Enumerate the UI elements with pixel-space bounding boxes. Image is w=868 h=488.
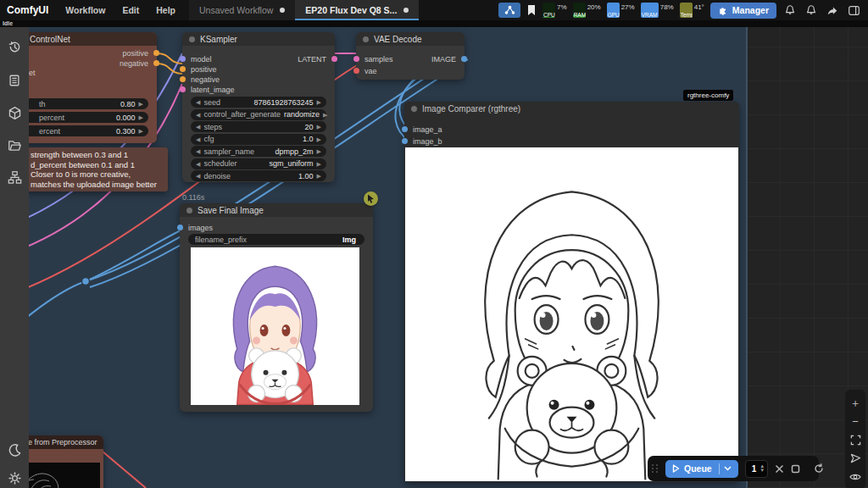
eye-icon (849, 473, 861, 481)
model-library-button[interactable] (7, 105, 22, 120)
node-templates-button[interactable] (7, 73, 22, 88)
denoise-widget[interactable]: ◀denoise1.00▶ (191, 170, 326, 181)
toggle-visibility-button[interactable] (848, 469, 863, 485)
port-positive-in[interactable]: positive (180, 64, 217, 74)
stepper-arrows-icon[interactable]: ▲▼ (760, 464, 765, 473)
drag-handle[interactable] (652, 464, 659, 473)
sampler-name-widget[interactable]: ◀sampler_namedpmpp_2m▶ (191, 146, 326, 157)
stop-button[interactable] (791, 464, 800, 474)
settings-button[interactable] (7, 470, 22, 485)
history-button[interactable] (7, 39, 22, 54)
collapse-dot-icon[interactable] (363, 36, 369, 42)
step-right-icon[interactable]: ▶ (317, 170, 321, 181)
step-left-icon[interactable]: ◀ (196, 134, 200, 145)
port-negative-in[interactable]: negative (180, 75, 220, 84)
gpu-meter-bar: GPU (607, 3, 620, 18)
node-image-comparer[interactable]: Image Comparer (rgthree) image_a image_b (404, 102, 739, 482)
share-button[interactable] (825, 5, 840, 16)
step-right-icon[interactable]: ▶ (317, 97, 321, 108)
alert-bell-button[interactable] (804, 4, 819, 16)
status-strip: Idle (0, 20, 868, 27)
seed-widget[interactable]: ◀seed87861928763245▶ (191, 97, 326, 108)
filename-prefix-widget[interactable]: filename_prefix Img (188, 234, 364, 245)
port-positive-out[interactable]: positive (122, 48, 159, 58)
note-line: d_percent between 0.1 and 1 (31, 160, 164, 170)
step-left-icon[interactable]: ◀ (196, 109, 200, 120)
step-left-icon[interactable]: ◀ (196, 158, 200, 169)
zoom-out-button[interactable]: − (848, 413, 863, 429)
collapse-dot-icon[interactable] (186, 208, 192, 214)
refresh-button[interactable] (814, 463, 824, 474)
port-model-in[interactable]: model (180, 54, 212, 64)
fit-view-button[interactable] (848, 432, 863, 447)
tab-ep20-flux[interactable]: EP20 Flux Dev Q8 S... (295, 0, 419, 20)
port-latent-out[interactable]: LATENT (298, 54, 337, 64)
workflows-folder-button[interactable] (7, 137, 22, 152)
step-right-icon[interactable]: ▶ (317, 134, 321, 145)
step-right-icon[interactable]: ▶ (139, 125, 143, 136)
collapse-dot-icon[interactable] (411, 106, 417, 112)
cfg-widget[interactable]: ◀cfg1.0▶ (191, 134, 326, 145)
moon-icon (8, 443, 22, 458)
menu-edit[interactable]: Edit (114, 0, 147, 20)
theme-toggle-button[interactable] (7, 442, 22, 458)
rgthree-badge: rgthree-comfy (683, 90, 733, 101)
step-left-icon[interactable]: ◀ (196, 170, 200, 181)
port-images-in[interactable]: images (177, 223, 213, 232)
node-vae-decode[interactable]: VAE Decode samples vae IMAGE (356, 32, 465, 80)
step-left-icon[interactable]: ◀ (196, 121, 200, 132)
collapse-dot-icon[interactable] (189, 36, 195, 42)
step-left-icon[interactable]: ◀ (196, 97, 200, 108)
graph-view-button[interactable] (498, 3, 520, 18)
status-text: Idle (3, 20, 13, 27)
step-right-icon[interactable]: ▶ (323, 109, 327, 120)
ram-meter: RAM 20% (573, 3, 601, 18)
chevron-down-icon (724, 466, 732, 471)
control-after-generate-widget[interactable]: ◀control_after_generaterandomize▶ (191, 109, 326, 120)
port-vae-in[interactable]: vae (353, 66, 377, 75)
menu-help[interactable]: Help (147, 0, 184, 20)
step-right-icon[interactable]: ▶ (317, 121, 321, 132)
unsaved-dot-icon[interactable] (280, 8, 285, 13)
play-icon (672, 464, 680, 473)
note-line: Closer to 0 is more creative, (31, 169, 164, 180)
panel-toggle-button[interactable] (846, 6, 861, 15)
cpu-meter: CPU 7% (542, 3, 567, 18)
cancel-run-button[interactable] (775, 464, 784, 474)
node-save-final-image[interactable]: Save Final Image images filename_prefix … (180, 203, 373, 412)
menu-workflow[interactable]: Workflow (57, 0, 114, 20)
node-title: Save Final Image (198, 206, 264, 215)
port-latent-image-in[interactable]: latent_image (180, 85, 235, 94)
step-right-icon[interactable]: ▶ (139, 112, 143, 123)
port-controlnet-in[interactable]: et (29, 69, 36, 77)
saved-preview-image[interactable] (191, 247, 359, 405)
tab-unsaved-workflow[interactable]: Unsaved Workflow (189, 0, 295, 20)
step-right-icon[interactable]: ▶ (317, 146, 321, 157)
org-chart-icon (8, 170, 22, 185)
batch-count-stepper[interactable]: 1 ▲▼ (745, 460, 769, 478)
manager-button[interactable]: Manager (710, 3, 776, 19)
step-left-icon[interactable]: ◀ (196, 146, 200, 157)
select-mode-button[interactable] (848, 451, 863, 466)
step-right-icon[interactable]: ▶ (317, 158, 321, 169)
comparer-preview-image[interactable] (405, 147, 738, 481)
port-negative-out[interactable]: negative (120, 58, 159, 68)
steps-widget[interactable]: ◀steps20▶ (191, 121, 326, 132)
step-right-icon[interactable]: ▶ (139, 98, 143, 109)
zoom-in-button[interactable]: ＋ (848, 395, 863, 410)
refresh-icon (814, 463, 824, 474)
scheduler-widget[interactable]: ◀schedulersgm_uniform▶ (191, 158, 326, 169)
unsaved-dot-icon[interactable] (403, 8, 409, 13)
node-ksampler[interactable]: KSampler model positive negative latent_… (182, 32, 335, 182)
node-canvas[interactable]: ControlNet positive negative et th 0.80▶… (0, 27, 868, 488)
app-logo: ComfyUI (0, 0, 57, 20)
port-image-out[interactable]: IMAGE (431, 54, 467, 64)
bookmark-button[interactable] (526, 3, 537, 18)
node-map-button[interactable] (7, 169, 22, 185)
node-title: KSampler (200, 35, 237, 44)
queue-button[interactable]: Queue (665, 460, 738, 478)
notification-bell-button[interactable] (782, 4, 798, 16)
port-samples-in[interactable]: samples (353, 54, 393, 64)
port-image-b-in[interactable]: image_b (402, 136, 442, 146)
port-image-a-in[interactable]: image_a (402, 125, 442, 134)
